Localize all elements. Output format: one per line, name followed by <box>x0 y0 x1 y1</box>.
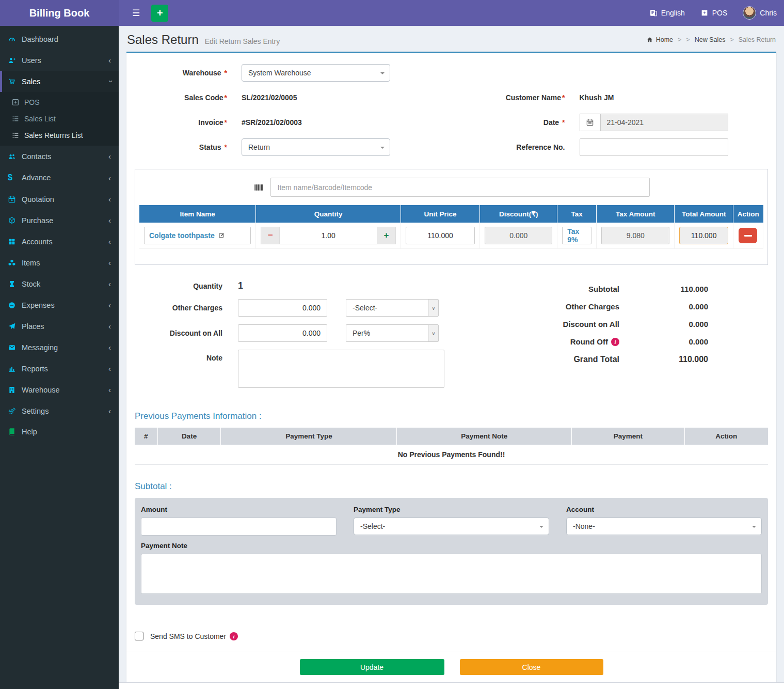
delete-row-button[interactable] <box>739 228 757 243</box>
breadcrumb-home[interactable]: Home <box>646 36 673 43</box>
sidebar-item-items[interactable]: Items ‹ <box>0 252 119 273</box>
col-action: Action <box>733 205 763 223</box>
user-menu[interactable]: Chris <box>743 6 777 20</box>
sidebar-toggle-hamburger-icon[interactable]: ☰ <box>126 8 146 19</box>
other-charges-input[interactable] <box>238 299 327 317</box>
previous-payments-section: Previous Payments Information : # Date P… <box>135 411 768 465</box>
chevron-left-icon: ‹ <box>108 152 111 161</box>
discount-on-all-label: Discount on All <box>135 329 222 337</box>
chevron-left-icon: ‹ <box>108 258 111 267</box>
col-quantity: Quantity <box>256 205 401 223</box>
date-input[interactable] <box>600 114 728 131</box>
other-charges-label: Other Charges <box>135 304 222 312</box>
home-icon <box>646 36 653 43</box>
sidebar-subitem-sales-list[interactable]: Sales List <box>0 111 119 127</box>
sales-code-value: SL/2021/02/0005 <box>242 93 297 102</box>
list-icon <box>11 115 24 123</box>
sms-row: Send SMS to Customer i <box>135 632 768 640</box>
sidebar-item-quotation[interactable]: Quotation ‹ <box>0 189 119 210</box>
col-tax-amount: Tax Amount <box>597 205 675 223</box>
item-name-link[interactable]: Colgate toothpaste <box>144 227 251 244</box>
sidebar-subitem-sales-returns-list[interactable]: Sales Returns List <box>0 127 119 144</box>
pos-label: POS <box>712 9 728 17</box>
col-date: Date <box>157 428 221 445</box>
plus-icon: + <box>157 7 163 19</box>
warehouse-select[interactable]: System Warehouse <box>242 64 390 82</box>
account-select[interactable]: -None- <box>566 518 762 535</box>
sidebar-item-messaging[interactable]: Messaging ‹ <box>0 337 119 358</box>
sidebar-item-reports[interactable]: Reports ‹ <box>0 358 119 379</box>
tax-value[interactable]: Tax 9% <box>562 227 591 244</box>
sidebar-item-warehouse[interactable]: Warehouse ‹ <box>0 379 119 400</box>
unit-price-input[interactable] <box>406 227 475 244</box>
round-off-label: Round Off <box>570 337 608 346</box>
cubes-icon <box>8 259 22 267</box>
sidebar-item-settings[interactable]: Settings ‹ <box>0 400 119 421</box>
send-sms-label: Send SMS to Customer <box>150 632 226 640</box>
quantity-decrement-button[interactable]: − <box>261 227 280 244</box>
breadcrumb-new-sales[interactable]: New Sales <box>695 36 726 43</box>
sidebar-item-sales[interactable]: Sales ‹ <box>0 71 119 92</box>
dashboard-icon <box>8 35 22 43</box>
sidebar-item-stock[interactable]: Stock ‹ <box>0 273 119 294</box>
quantity-increment-button[interactable]: + <box>377 227 396 244</box>
chevron-left-icon: ‹ <box>108 322 111 331</box>
account-label: Account <box>566 506 762 513</box>
update-button[interactable]: Update <box>300 659 444 675</box>
sidebar-item-dashboard[interactable]: Dashboard <box>0 29 119 50</box>
info-icon[interactable]: i <box>230 632 238 640</box>
other-charges-total-label: Other Charges <box>495 302 619 311</box>
language-menu[interactable]: English <box>649 9 685 17</box>
reference-no-input[interactable] <box>580 138 728 156</box>
discount-on-all-input[interactable] <box>238 324 327 342</box>
chevron-down-icon: ‹ <box>105 80 114 83</box>
sidebar-item-contacts[interactable]: Contacts ‹ <box>0 146 119 167</box>
chevron-left-icon: ‹ <box>108 385 111 394</box>
dollar-icon: $ <box>8 173 22 182</box>
note-textarea[interactable] <box>238 350 444 388</box>
close-button[interactable]: Close <box>460 659 603 675</box>
sidebar-item-expenses[interactable]: Expenses ‹ <box>0 294 119 316</box>
send-sms-checkbox[interactable] <box>135 632 143 640</box>
info-icon[interactable]: i <box>611 338 619 346</box>
navbar: ☰ + English POS Chris <box>119 0 784 26</box>
app-brand[interactable]: Billing Book <box>0 0 119 26</box>
round-off-value: 0.000 <box>619 337 708 346</box>
chevron-left-icon: ‹ <box>108 237 111 246</box>
payment-type-select[interactable]: -Select- <box>354 518 549 535</box>
other-charges-select[interactable]: -Select- ∨ <box>346 299 439 317</box>
sidebar-item-advance[interactable]: $ Advance ‹ <box>0 167 119 189</box>
payment-note-label: Payment Note <box>141 542 762 550</box>
item-search-input[interactable] <box>270 178 650 197</box>
chevron-left-icon: ‹ <box>108 174 111 182</box>
quick-add-button[interactable]: + <box>151 5 168 22</box>
col-payment-note: Payment Note <box>397 428 572 445</box>
amount-input[interactable] <box>141 518 337 536</box>
previous-payments-heading: Previous Payments Information : <box>135 411 768 421</box>
return-entry-form: Warehouse * System Warehouse Sales Code*… <box>126 53 776 162</box>
discount-type-select[interactable]: Per% ∨ <box>346 324 439 342</box>
user-plus-icon <box>8 56 22 65</box>
sidebar-subitem-pos[interactable]: POS <box>0 94 119 111</box>
col-unit-price: Unit Price <box>401 205 479 223</box>
status-label: Status * <box>132 143 227 151</box>
page-subtitle: Edit Return Sales Entry <box>205 37 280 45</box>
sidebar-item-places[interactable]: Places ‹ <box>0 316 119 337</box>
col-pp-action: Action <box>684 428 768 445</box>
sidebar-item-help[interactable]: Help <box>0 421 119 442</box>
total-amount-input[interactable] <box>679 227 728 244</box>
calendar-icon[interactable] <box>580 114 600 131</box>
sidebar-item-purchase[interactable]: Purchase ‹ <box>0 210 119 231</box>
items-table: Item Name Quantity Unit Price Discount(₹… <box>139 205 763 249</box>
chevron-left-icon: ‹ <box>108 279 111 288</box>
items-box: Item Name Quantity Unit Price Discount(₹… <box>135 169 768 265</box>
quantity-input[interactable] <box>280 227 376 244</box>
sales-return-panel: Warehouse * System Warehouse Sales Code*… <box>126 52 776 682</box>
payment-note-textarea[interactable] <box>141 554 762 594</box>
sidebar-item-accounts[interactable]: Accounts ‹ <box>0 231 119 252</box>
sidebar-item-users[interactable]: Users ‹ <box>0 50 119 71</box>
users-icon <box>8 152 22 161</box>
sales-code-label: Sales Code* <box>132 93 227 102</box>
pos-shortcut[interactable]: POS <box>700 9 728 17</box>
status-select[interactable]: Return <box>242 138 390 156</box>
